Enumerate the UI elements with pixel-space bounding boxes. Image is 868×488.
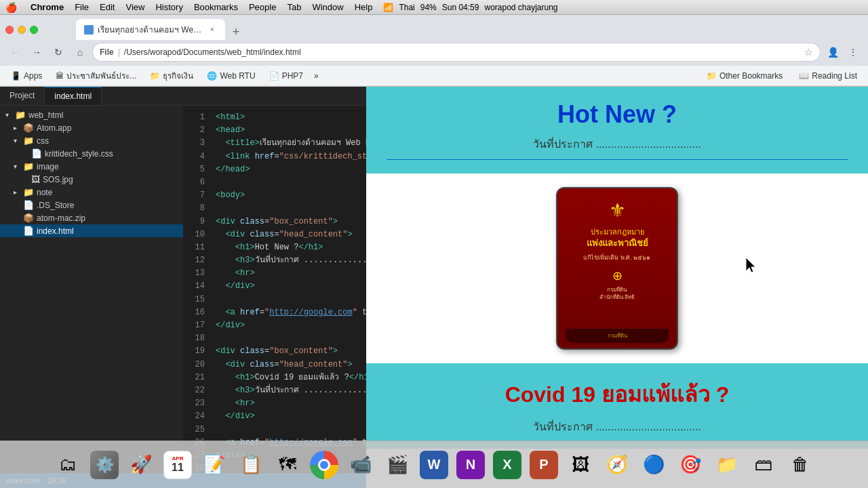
maximize-button[interactable] xyxy=(30,26,38,34)
wifi-icon: 📶 xyxy=(383,3,393,12)
code-content[interactable]: <html> <head> <title>เรียนทุกอย่างด้านคอ… xyxy=(210,106,366,473)
menu-tab[interactable]: Tab xyxy=(287,2,301,12)
bookmarks-right: 📁 Other Bookmarks 📖 Reading List xyxy=(701,70,863,82)
main-area: Project index.html ▾ 📁 web_html ▸ 📦 Atom… xyxy=(0,87,868,488)
dock-archive[interactable]: 🗃 xyxy=(747,449,780,481)
battery-icon: 94% xyxy=(420,3,437,12)
menu-people[interactable]: People xyxy=(249,2,276,12)
thai-input: Thai xyxy=(399,3,414,12)
dock-launchpad[interactable]: 🚀 xyxy=(125,449,157,481)
traffic-lights xyxy=(5,26,38,34)
dock: 🗂 ⚙️ 🚀 APR 11 📝 📋 🗺 📹 🎬 W N X P 🖼 🧭 🔵 🎯 … xyxy=(0,441,868,488)
active-tab[interactable]: เรียนทุกอย่างด้านคอมฯ Web Des... × xyxy=(76,19,225,40)
bookmark-pr[interactable]: 🏛 ประชาสัมพันธ์ประ... xyxy=(50,68,142,83)
url-bar[interactable]: File | /Users/worapod/Documents/web_html… xyxy=(92,43,821,62)
code-area[interactable]: 12345 678910 1112131415 1617181920 21222… xyxy=(183,106,366,473)
new-tab-button[interactable]: + xyxy=(228,24,244,40)
url-path: /Users/worapod/Documents/web_html/index.… xyxy=(124,47,301,57)
menu-file[interactable]: File xyxy=(75,2,89,12)
tab-close-button[interactable]: × xyxy=(208,25,217,35)
tree-item-image[interactable]: ▾ 📁 image xyxy=(0,160,183,173)
bookmark-reading-icon: 📖 xyxy=(799,71,809,81)
mac-right-icons: 📶 Thai 94% Sun 04:59 worapod chayjarung xyxy=(383,3,557,12)
back-button[interactable]: ← xyxy=(5,43,24,62)
minimize-button[interactable] xyxy=(18,26,26,34)
dock-bluetooth[interactable]: 🔵 xyxy=(637,449,670,481)
chrome-menu-button[interactable]: ⋮ xyxy=(844,43,863,62)
tree-item-note[interactable]: ▸ 📁 note xyxy=(0,186,183,199)
dock-sysprefs[interactable]: ⚙️ xyxy=(88,449,121,481)
dock-powerpoint[interactable]: P xyxy=(528,449,560,481)
bookmark-apps[interactable]: 📱 Apps xyxy=(5,70,47,82)
book-footer-text: กรมที่ดินสำนักที่ดิน สิทธิ xyxy=(599,286,635,301)
apple-icon[interactable]: 🍎 xyxy=(5,2,17,13)
bookmark-business[interactable]: 📁 ธุรกิจเงิน xyxy=(144,68,199,83)
home-button[interactable]: ⌂ xyxy=(71,43,90,62)
dock-word[interactable]: W xyxy=(418,449,450,481)
user-profile-button[interactable]: 👤 xyxy=(823,43,842,62)
file-tab[interactable]: index.html xyxy=(45,87,102,105)
bookmark-star-icon[interactable]: ☆ xyxy=(804,47,813,58)
bookmark-pr-label: ประชาสัมพันธ์ประ... xyxy=(66,69,136,82)
dock-stickies[interactable]: 📝 xyxy=(198,449,231,481)
bookmark-business-label: ธุรกิจเงิน xyxy=(163,69,193,82)
project-tab[interactable]: Project xyxy=(0,87,45,105)
bookmarks-more-button[interactable]: » xyxy=(314,71,319,81)
window-controls-bar: เรียนทุกอย่างด้านคอมฯ Web Des... × + xyxy=(0,15,868,40)
dock-files[interactable]: 📁 xyxy=(711,449,743,481)
close-button[interactable] xyxy=(5,26,14,34)
forward-button[interactable]: → xyxy=(27,43,46,62)
bookmark-php7[interactable]: 📄 PHP7 xyxy=(264,70,309,82)
reload-button[interactable]: ↻ xyxy=(49,43,68,62)
tree-item-zip[interactable]: 📦 atom-mac.zip xyxy=(0,211,183,224)
dock-notes[interactable]: 📋 xyxy=(235,449,267,481)
dock-facetime[interactable]: 📹 xyxy=(344,449,377,481)
bookmark-other-label: Other Bookmarks xyxy=(719,71,783,81)
menu-chrome[interactable]: Chrome xyxy=(31,2,64,12)
book-emblem: ⚜ xyxy=(609,199,626,222)
menu-bookmarks[interactable]: Bookmarks xyxy=(194,2,238,12)
menu-view[interactable]: View xyxy=(125,2,144,12)
hotnew-divider xyxy=(387,159,848,160)
bookmark-other-icon: 📁 xyxy=(707,71,717,81)
menu-history[interactable]: History xyxy=(155,2,182,12)
book-card[interactable]: ⚜ ประมวลกฎหมาย แพ่งและพาณิชย์ แก้ไขเพิ่ม… xyxy=(556,187,678,350)
dock-safari[interactable]: 🧭 xyxy=(601,449,633,481)
tree-item-atom[interactable]: ▸ 📦 Atom.app xyxy=(0,121,183,134)
book-bottom-footer: กรมที่ดิน xyxy=(566,329,669,343)
browser-panel[interactable]: Hot New ? วันที่ประกาศ .................… xyxy=(366,87,868,488)
dock-preview[interactable]: 🖼 xyxy=(564,449,597,481)
file-tree: ▾ 📁 web_html ▸ 📦 Atom.app ▾ 📁 css xyxy=(0,106,183,473)
dock-excel[interactable]: X xyxy=(491,449,524,481)
menu-edit[interactable]: Edit xyxy=(100,2,115,12)
dock-onenote[interactable]: N xyxy=(454,449,487,481)
tree-item-css[interactable]: ▾ 📁 css xyxy=(0,134,183,147)
cursor-area xyxy=(746,258,760,277)
menu-help[interactable]: Help xyxy=(355,2,373,12)
line-numbers: 12345 678910 1112131415 1617181920 21222… xyxy=(183,106,210,473)
tree-item-index[interactable]: 📄 index.html xyxy=(0,224,183,237)
bookmark-reading[interactable]: 📖 Reading List xyxy=(793,70,863,82)
tree-item-ds[interactable]: 📄 .DS_Store xyxy=(0,199,183,211)
nav-right-icons: 👤 ⋮ xyxy=(823,43,863,62)
tree-item-web_html[interactable]: ▾ 📁 web_html xyxy=(0,108,183,121)
chrome-window: เรียนทุกอย่างด้านคอมฯ Web Des... × + ← →… xyxy=(0,15,868,488)
hotnew-title: Hot New ? xyxy=(387,100,848,129)
bookmark-php7-icon: 📄 xyxy=(269,71,279,81)
menu-window[interactable]: Window xyxy=(312,2,343,12)
dock-frenzic[interactable]: 🎯 xyxy=(674,449,707,481)
bookmark-other[interactable]: 📁 Other Bookmarks xyxy=(701,70,788,82)
dock-trash[interactable]: 🗑 xyxy=(784,449,816,481)
dock-chrome[interactable] xyxy=(308,449,340,481)
tab-favicon xyxy=(84,25,94,35)
dock-finder[interactable]: 🗂 xyxy=(52,449,84,481)
address-bar: ← → ↻ ⌂ File | /Users/worapod/Documents/… xyxy=(0,40,868,66)
tree-item-sos[interactable]: 🖼 SOS.jpg xyxy=(0,173,183,186)
tree-item-css-file[interactable]: 📄 krittidech_style.css xyxy=(0,147,183,160)
dock-maps[interactable]: 🗺 xyxy=(271,449,304,481)
bookmark-webrtu[interactable]: 🌐 Web RTU xyxy=(201,70,260,82)
hotnew-subtitle: วันที่ประกาศ ...........................… xyxy=(387,136,848,152)
dock-calendar[interactable]: APR 11 xyxy=(161,449,194,481)
dock-obs[interactable]: 🎬 xyxy=(381,449,414,481)
tree-arrow: ▾ xyxy=(5,111,12,119)
